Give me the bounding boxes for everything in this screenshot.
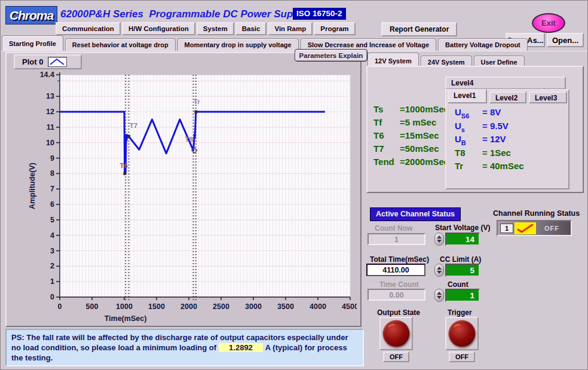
svg-text:4500: 4500 xyxy=(342,302,357,311)
cc-limit-label: CC Limit (A) xyxy=(440,255,481,264)
svg-text:2: 2 xyxy=(50,262,54,270)
trigger-label: Trigger xyxy=(448,308,472,317)
svg-text:3000: 3000 xyxy=(245,302,262,311)
timing-param-t7: T7=50mSec xyxy=(373,143,449,157)
exit-button[interactable]: Exit xyxy=(532,13,565,33)
tab-level4[interactable]: Level4 xyxy=(445,77,566,90)
level-tab-strip: Level1Level2Level3 xyxy=(446,89,568,103)
timing-param-ts: Ts=1000mSec xyxy=(373,104,449,117)
svg-text:1000: 1000 xyxy=(116,302,133,311)
tab-level3[interactable]: Level3 xyxy=(529,91,567,103)
svg-text:6: 6 xyxy=(50,200,54,209)
level-parameters: US6= 8VUs= 9.5VUB= 12VT8= 1SecTr= 40mSec xyxy=(455,107,524,175)
total-time-label: Total Time(mSec) xyxy=(370,255,429,264)
svg-text:0: 0 xyxy=(58,302,62,311)
trigger-knob[interactable] xyxy=(445,317,479,350)
output-state-off-button[interactable]: OFF xyxy=(383,351,409,362)
knob-icon[interactable] xyxy=(383,320,410,347)
svg-text:1: 1 xyxy=(50,277,54,286)
timing-parameters: Ts=1000mSecTf=5 mSecT6=15mSecT7=50mSecTe… xyxy=(373,104,449,170)
total-time-field[interactable]: 4110.00 xyxy=(366,264,425,276)
svg-text:14.4: 14.4 xyxy=(40,71,54,79)
stepper-up-icon[interactable] xyxy=(437,267,442,270)
channel-running-status-widget[interactable]: 1 OFF xyxy=(497,220,572,236)
count-now-field[interactable]: 1 xyxy=(368,233,425,245)
menu-system[interactable]: System xyxy=(197,22,234,35)
system-panel: Ts=1000mSecTf=5 mSecT6=15mSecT7=50mSecTe… xyxy=(366,66,584,193)
channel-running-state: OFF xyxy=(544,225,559,232)
trigger-off-button[interactable]: OFF xyxy=(449,351,475,362)
menu-basic[interactable]: Basic xyxy=(235,22,267,35)
output-state-knob[interactable] xyxy=(379,317,413,350)
active-channel-status-badge: Active Channel Status xyxy=(370,207,461,221)
tab-level1[interactable]: Level1 xyxy=(448,89,487,103)
svg-text:3: 3 xyxy=(50,247,54,255)
svg-text:11: 11 xyxy=(47,123,54,132)
chroma-logo: Chroma xyxy=(5,6,57,25)
svg-text:T8: T8 xyxy=(185,136,194,143)
level-param-ub: UB= 12V xyxy=(455,134,524,148)
tab-battery-voltage-dropout[interactable]: Battery Voltage Dropout xyxy=(438,38,528,51)
channel-number: 1 xyxy=(500,224,513,233)
parameters-explain-button[interactable]: Parameters Explain xyxy=(295,49,368,62)
timing-param-t6: T6=15mSec xyxy=(373,130,449,143)
svg-text:Tr: Tr xyxy=(194,98,200,105)
time-count-field[interactable]: 0.00 xyxy=(368,289,425,301)
tab-starting-profile[interactable]: Starting Profile xyxy=(2,35,63,51)
start-voltage-stepper[interactable] xyxy=(434,233,444,246)
tab-reset-behavior-at-voltage-drop[interactable]: Reset behavior at voltage drop xyxy=(65,38,176,51)
iso-standard-badge: ISO 16750-2 xyxy=(293,8,346,20)
count-display[interactable]: 1 xyxy=(445,289,480,302)
svg-text:4: 4 xyxy=(50,231,54,240)
report-generator-button[interactable]: Report Generator xyxy=(381,22,457,36)
count-now-label: Count Now xyxy=(375,224,412,233)
start-voltage-display[interactable]: 14 xyxy=(445,233,480,246)
menu-communication[interactable]: Communication xyxy=(56,22,121,35)
stepper-down-icon[interactable] xyxy=(437,271,442,274)
svg-text:3500: 3500 xyxy=(277,302,294,311)
level-param-t8: T8= 1Sec xyxy=(455,148,524,161)
stepper-up-icon[interactable] xyxy=(437,292,442,295)
svg-text:T7: T7 xyxy=(130,122,137,129)
svg-text:500: 500 xyxy=(86,302,99,311)
svg-text:T6: T6 xyxy=(120,162,127,169)
level-param-tr: Tr= 40mSec xyxy=(455,161,524,175)
cc-limit-display[interactable]: 5 xyxy=(445,264,480,277)
svg-text:1500: 1500 xyxy=(148,302,165,311)
voltage-profile-chart: T6T7T8Tr14.41312111098765432100500100015… xyxy=(9,64,357,325)
channel-check-icon[interactable] xyxy=(514,222,536,234)
cc-limit-stepper[interactable] xyxy=(434,264,444,277)
output-state-label: Output State xyxy=(377,308,420,317)
footer-note: PS: The fall rate will be affected by th… xyxy=(5,329,364,366)
svg-text:9: 9 xyxy=(50,154,54,163)
tab-level2[interactable]: Level2 xyxy=(489,91,526,103)
timing-param-tf: Tf=5 mSec xyxy=(373,117,449,130)
menu-program[interactable]: Program xyxy=(314,22,355,35)
knob-icon[interactable] xyxy=(449,320,476,347)
count-stepper[interactable] xyxy=(434,289,444,302)
svg-text:12: 12 xyxy=(46,108,54,116)
svg-text:4000: 4000 xyxy=(310,302,326,311)
menu-h-w-configuration[interactable]: H/W Configuration xyxy=(122,22,195,35)
app-title: 62000P&H Series Programmable DC Power Su… xyxy=(60,8,308,20)
stepper-down-icon[interactable] xyxy=(437,296,442,299)
level-param-us6: US6= 8V xyxy=(455,107,524,121)
channel-running-status-label: Channel Running Status xyxy=(493,209,580,218)
stepper-down-icon[interactable] xyxy=(437,240,442,243)
menu-vin-ramp[interactable]: Vin Ramp xyxy=(268,22,313,35)
test-tab-strip: Starting ProfileReset behavior at voltag… xyxy=(1,35,588,51)
svg-text:2500: 2500 xyxy=(213,302,229,311)
svg-text:10: 10 xyxy=(46,139,54,147)
svg-text:2000: 2000 xyxy=(180,302,197,311)
svg-text:5: 5 xyxy=(50,216,54,224)
svg-text:Time(mSec): Time(mSec) xyxy=(105,314,147,323)
level-parameter-box: Level1Level2Level3 US6= 8VUs= 9.5VUB= 12… xyxy=(445,89,569,189)
app-window: Chroma 62000P&H Series Programmable DC P… xyxy=(0,0,588,370)
stepper-up-icon[interactable] xyxy=(437,236,442,238)
menu-bar: CommunicationH/W ConfigurationSystemBasi… xyxy=(56,22,356,35)
svg-text:13: 13 xyxy=(46,92,54,100)
time-count-label: Time Count xyxy=(379,280,419,289)
tab-momentary-drop-in-supply-voltage[interactable]: Momentary drop in supply voltage xyxy=(177,38,299,51)
svg-text:0: 0 xyxy=(50,293,54,301)
start-voltage-label: Start Voltage (V) xyxy=(435,224,490,232)
